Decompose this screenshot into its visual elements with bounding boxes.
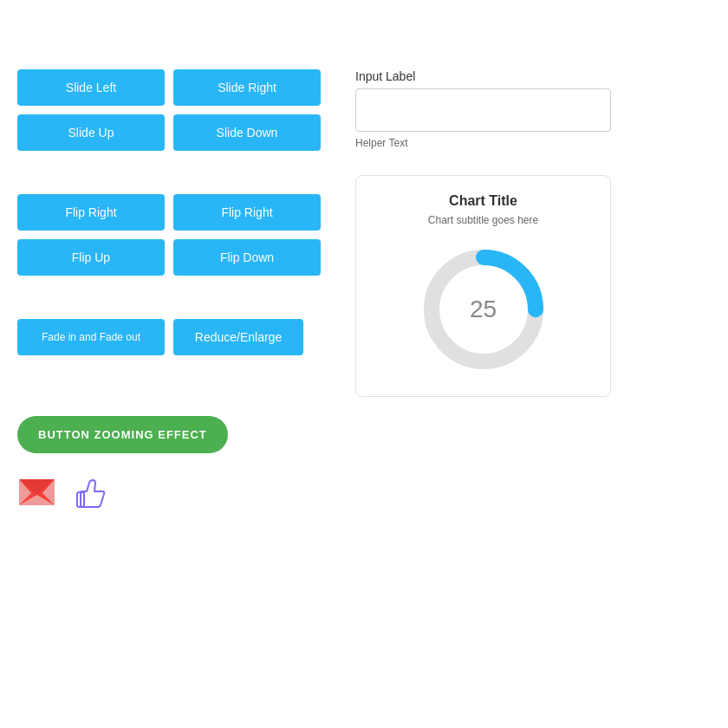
thumbs-icon <box>74 475 108 510</box>
slide-right-button[interactable]: Slide Right <box>173 69 321 106</box>
chart-title: Chart Title <box>449 193 517 209</box>
right-column: Input Label Helper Text Chart Title Char… <box>355 17 611 514</box>
slide-row-1: Slide Left Slide Right <box>17 69 321 106</box>
input-label: Input Label <box>355 69 611 83</box>
fade-in-out-button[interactable]: Fade in and Fade out <box>17 319 165 355</box>
slide-row-2: Slide Up Slide Down <box>17 114 321 151</box>
flip-right-1-button[interactable]: Flip Right <box>17 194 165 231</box>
mail-icon <box>17 471 56 514</box>
left-column: Slide Left Slide Right Slide Up Slide Do… <box>17 17 321 514</box>
flip-right-2-button[interactable]: Flip Right <box>173 194 321 231</box>
text-input[interactable] <box>355 88 611 132</box>
gap-1 <box>17 159 321 185</box>
zooming-button[interactable]: BUTTON ZOOMING EFFECT <box>17 416 228 453</box>
slide-down-button[interactable]: Slide Down <box>173 114 321 151</box>
flip-row-1: Flip Right Flip Right <box>17 194 321 231</box>
donut-chart: 25 <box>414 240 553 379</box>
flip-row-2: Flip Up Flip Down <box>17 239 321 276</box>
slide-left-button[interactable]: Slide Left <box>17 69 165 106</box>
chart-subtitle: Chart subtitle goes here <box>428 214 538 226</box>
gap-3 <box>17 364 321 390</box>
slide-up-button[interactable]: Slide Up <box>17 114 165 151</box>
input-section: Input Label Helper Text <box>355 69 611 149</box>
flip-down-button[interactable]: Flip Down <box>173 239 321 276</box>
chart-card: Chart Title Chart subtitle goes here 25 <box>355 175 611 397</box>
chart-center-value: 25 <box>470 296 497 323</box>
gap-2 <box>17 284 321 310</box>
reduce-enlarge-button[interactable]: Reduce/Enlarge <box>173 319 303 355</box>
icons-row <box>17 471 321 514</box>
helper-text: Helper Text <box>355 137 611 149</box>
fade-row: Fade in and Fade out Reduce/Enlarge <box>17 319 321 355</box>
flip-up-button[interactable]: Flip Up <box>17 239 165 276</box>
